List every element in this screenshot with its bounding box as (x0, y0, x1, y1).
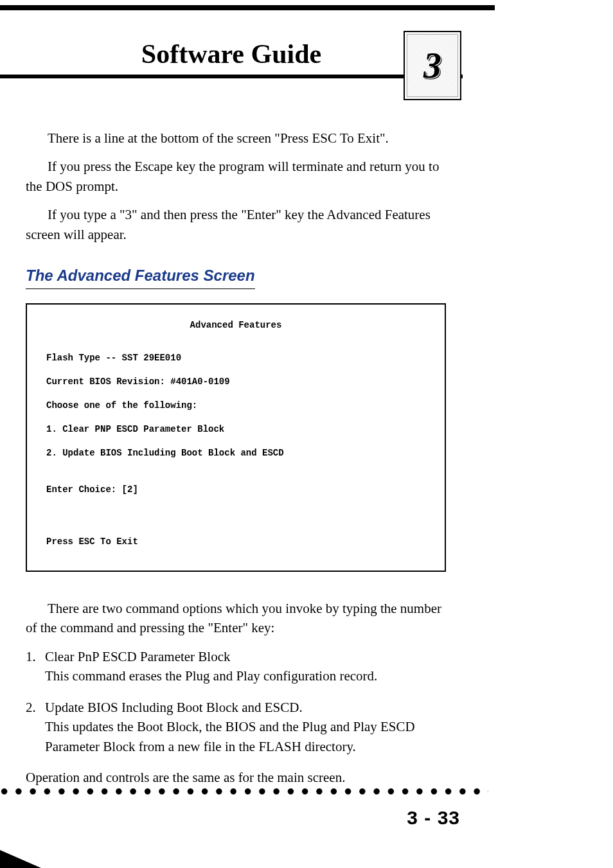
list-item: 2. Update BIOS Including Boot Block and … (26, 698, 450, 756)
footer-dots: ●●●●●●●●●●●●●●●●●●●●●●●●●●●●●●●●●●●●●●●●… (0, 783, 488, 799)
terminal-line: Current BIOS Revision: #401A0-0109 (46, 375, 425, 389)
list-line: Clear PnP ESCD Parameter Block (45, 647, 450, 666)
header: Software Guide (0, 39, 463, 78)
chapter-number: 3 (423, 45, 441, 86)
body-content: There is a line at the bottom of the scr… (26, 128, 450, 796)
list-line: This updates the Boot Block, the BIOS an… (45, 717, 450, 756)
list-body: Clear PnP ESCD Parameter Block This comm… (45, 647, 450, 686)
list-line: This command erases the Plug and Play co… (45, 666, 450, 686)
corner-mark-icon (0, 850, 41, 868)
ordered-list: 1. Clear PnP ESCD Parameter Block This c… (26, 647, 450, 756)
terminal-line: Choose one of the following: (46, 399, 425, 412)
page-top-rule (0, 5, 495, 10)
paragraph: If you press the Escape key the program … (26, 157, 450, 196)
list-number: 2. (26, 698, 45, 756)
terminal-line: 2. Update BIOS Including Boot Block and … (46, 447, 425, 460)
page-title: Software Guide (0, 39, 463, 75)
list-line: Update BIOS Including Boot Block and ESC… (45, 698, 450, 717)
list-item: 1. Clear PnP ESCD Parameter Block This c… (26, 647, 450, 686)
terminal-line: Enter Choice: [2] (46, 483, 425, 497)
terminal-screenshot: Advanced Features Flash Type -- SST 29EE… (26, 303, 446, 572)
list-body: Update BIOS Including Boot Block and ESC… (45, 698, 450, 756)
terminal-line: Press ESC To Exit (46, 535, 425, 549)
section-heading: The Advanced Features Screen (26, 265, 255, 289)
list-number: 1. (26, 647, 45, 686)
terminal-title: Advanced Features (46, 319, 425, 332)
chapter-number-box: 3 (404, 31, 461, 100)
paragraph: There are two command options which you … (26, 599, 450, 638)
page-number: 3 - 33 (407, 807, 460, 829)
paragraph: If you type a "3" and then press the "En… (26, 205, 450, 244)
paragraph: There is a line at the bottom of the scr… (26, 128, 450, 148)
chapter-number-inner: 3 (407, 34, 458, 97)
terminal-line: Flash Type -- SST 29EE010 (46, 351, 425, 365)
header-rule (0, 75, 463, 78)
terminal-line: 1. Clear PNP ESCD Parameter Block (46, 423, 425, 436)
